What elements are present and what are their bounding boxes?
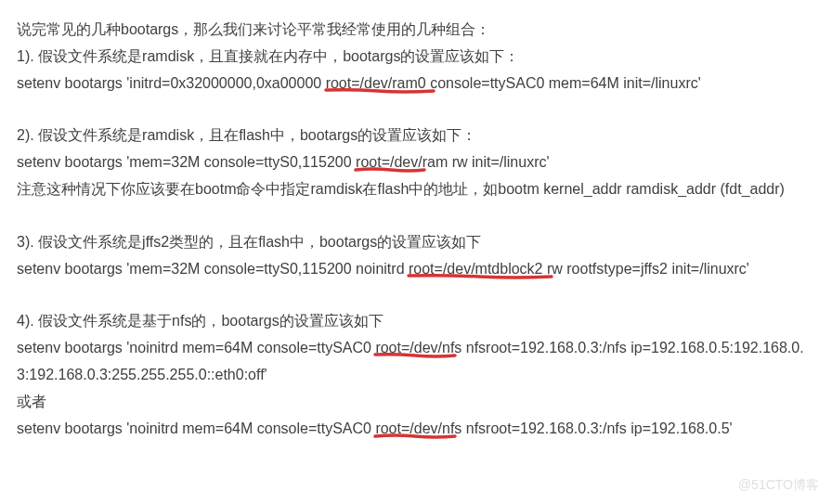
intro-text: 说完常见的几种bootargs，那么我们来讨论平常我经常使用的几种组合： — [17, 17, 815, 44]
cmd-text: setenv bootargs 'initrd=0x32000000,0xa00… — [17, 75, 326, 91]
cmd-text: setenv bootargs 'noinitrd mem=64M consol… — [17, 340, 375, 355]
section4-cmd2: setenv bootargs 'noinitrd mem=64M consol… — [17, 416, 815, 443]
section4-heading: 4). 假设文件系统是基于nfs的，bootargs的设置应该如下 — [17, 308, 815, 335]
cmd-underline-1: root=/dev/ram0 — [326, 75, 426, 91]
section4-cmd1: setenv bootargs 'noinitrd mem=64M consol… — [17, 335, 815, 389]
cmd-text: root=/dev/ — [356, 154, 422, 170]
cmd-text: root=/dev/n — [375, 420, 450, 436]
section3-cmd: setenv bootargs 'mem=32M console=ttyS0,1… — [17, 256, 815, 283]
cmd-underline-2: root=/dev/ — [356, 154, 422, 170]
cmd-text: console=ttySAC0 mem=64M init=/linuxrc' — [426, 75, 701, 91]
section2-cmd: setenv bootargs 'mem=32M console=ttyS0,1… — [17, 149, 815, 176]
cmd-text: setenv bootargs 'mem=32M console=ttyS0,1… — [17, 261, 409, 277]
watermark-text: @51CTO博客 — [738, 473, 819, 497]
cmd-text: setenv bootargs 'mem=32M console=ttyS0,1… — [17, 154, 356, 170]
blank-line — [17, 282, 815, 308]
section4-or: 或者 — [17, 389, 815, 416]
cmd-text: fs nfsroot=192.168.0.3:/nfs ip=192.168.0… — [450, 420, 733, 436]
cmd-underline-4: root=/dev/n — [375, 340, 450, 355]
article-body: 说完常见的几种bootargs，那么我们来讨论平常我经常使用的几种组合： 1).… — [17, 17, 815, 442]
section1-cmd: setenv bootargs 'initrd=0x32000000,0xa00… — [17, 71, 815, 97]
cmd-underline-3: root=/dev/mtdblock2 — [409, 261, 543, 277]
cmd-text: root=/dev/mtdblock2 — [409, 261, 543, 277]
blank-line — [17, 203, 815, 229]
section3-heading: 3). 假设文件系统是jffs2类型的，且在flash中，bootargs的设置… — [17, 229, 815, 256]
cmd-text: root=/dev/n — [375, 340, 450, 355]
cmd-text: rw rootfstype=jffs2 init=/linuxrc' — [543, 261, 749, 277]
section2-heading: 2). 假设文件系统是ramdisk，且在flash中，bootargs的设置应… — [17, 123, 815, 149]
cmd-text: setenv bootargs 'noinitrd mem=64M consol… — [17, 420, 375, 436]
cmd-text: root=/dev/ram0 — [326, 75, 426, 91]
cmd-underline-5: root=/dev/n — [375, 420, 450, 436]
blank-line — [17, 97, 815, 123]
section2-note: 注意这种情况下你应该要在bootm命令中指定ramdisk在flash中的地址，… — [17, 176, 815, 203]
cmd-text: ram rw init=/linuxrc' — [422, 154, 550, 170]
section1-heading: 1). 假设文件系统是ramdisk，且直接就在内存中，bootargs的设置应… — [17, 44, 815, 71]
